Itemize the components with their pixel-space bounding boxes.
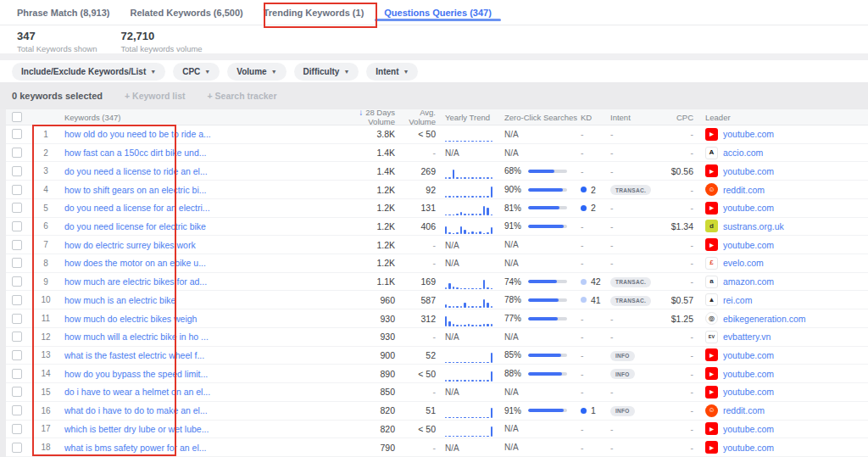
trend-sparkline	[445, 348, 494, 363]
zero-click-searches: N/A	[502, 259, 578, 268]
row-checkbox[interactable]	[12, 166, 22, 176]
filter-cpc[interactable]: CPC▼	[173, 63, 220, 81]
keyword-link[interactable]: how does the motor on an ebike u...	[64, 258, 206, 268]
leader-link[interactable]: evbattery.vn	[723, 332, 771, 342]
header-leader[interactable]: Leader	[693, 113, 868, 122]
row-checkbox[interactable]	[12, 185, 22, 195]
kd-cell: -	[578, 332, 610, 342]
intent-cell: -	[610, 258, 668, 268]
tab-trending-keywords[interactable]: Trending Keywords (1)	[264, 0, 364, 25]
leader-link[interactable]: accio.com	[723, 148, 763, 158]
keyword-link[interactable]: what do i have to do to make an el...	[64, 405, 208, 415]
keyword-link[interactable]: how old do you need to be to ride a...	[64, 129, 211, 139]
trend-na: N/A	[445, 148, 459, 158]
keyword-link[interactable]: how much is an electric bike	[64, 295, 175, 305]
leader-link[interactable]: youtube.com	[723, 443, 774, 453]
header-zero-click[interactable]: Zero-Click Searches	[502, 113, 578, 122]
row-checkbox[interactable]	[12, 221, 22, 231]
keyword-link[interactable]: how much do electric bikes weigh	[64, 314, 197, 324]
keyword-link[interactable]: how fast can a 150cc dirt bike und...	[64, 148, 207, 158]
filter-volume[interactable]: Volume▼	[227, 63, 286, 81]
row-checkbox[interactable]	[12, 332, 22, 342]
filter-difficulty[interactable]: Difficulty▼	[294, 63, 359, 81]
keyword-link[interactable]: how do electric surrey bikes work	[64, 240, 196, 250]
keyword-link[interactable]: how much will a electric bike in ho ...	[64, 332, 209, 342]
header-kd[interactable]: KD	[578, 113, 610, 122]
cpc-value: -	[668, 276, 693, 287]
header-keywords[interactable]: Keywords (347)	[58, 113, 339, 122]
kd-value: 2	[591, 185, 596, 195]
leader-link[interactable]: rei.com	[723, 295, 752, 305]
keyword-link[interactable]: do you need license for electric bike	[64, 221, 206, 231]
keyword-link[interactable]: which is better dry lube or wet lube...	[64, 424, 209, 434]
row-number: 7	[34, 240, 58, 249]
row-checkbox[interactable]	[12, 203, 22, 213]
keyword-link[interactable]: how much are electric bikes for ad...	[64, 276, 207, 287]
cpc-value: -	[668, 387, 693, 397]
youtube-favicon-icon: ▶	[705, 441, 718, 454]
tab-related-keywords[interactable]: Related Keywords (6,500)	[130, 0, 242, 25]
kd-dot-icon	[581, 187, 587, 192]
row-checkbox[interactable]	[12, 387, 22, 397]
leader-link[interactable]: youtube.com	[723, 203, 774, 213]
row-checkbox[interactable]	[12, 295, 22, 305]
header-yearly-trend[interactable]: Yearly Trend	[436, 113, 502, 122]
leader-link[interactable]: youtube.com	[723, 166, 774, 176]
action-keyword-list[interactable]: + Keyword list	[125, 91, 185, 101]
intent-badge: INFO	[610, 369, 635, 379]
header-intent[interactable]: Intent	[610, 113, 668, 122]
row-checkbox[interactable]	[12, 443, 22, 453]
leader-link[interactable]: ebikegeneration.com	[723, 314, 805, 324]
leader-link[interactable]: youtube.com	[723, 424, 774, 434]
keyword-link[interactable]: do i have to wear a helmet on an el...	[64, 387, 210, 397]
row-number: 10	[34, 295, 58, 304]
row-checkbox[interactable]	[12, 314, 22, 324]
keyword-link[interactable]: what is the fastest electric wheel f...	[64, 350, 204, 360]
filter-cpc-label: CPC	[182, 67, 200, 76]
row-checkbox[interactable]	[12, 258, 22, 268]
header-avg-volume[interactable]: Avg. Volume	[395, 108, 436, 126]
row-checkbox[interactable]	[12, 405, 22, 415]
leader-link[interactable]: evelo.com	[723, 258, 764, 268]
tab-phrase-match[interactable]: Phrase Match (8,913)	[17, 0, 109, 25]
keyword-link[interactable]: what is bms safety power for an el...	[64, 443, 207, 453]
row-checkbox[interactable]	[12, 129, 22, 139]
table-row: 11how much do electric bikes weigh930312…	[0, 309, 868, 328]
leader-link[interactable]: reddit.com	[723, 405, 765, 415]
keyword-link[interactable]: how do you bypass the speed limit...	[64, 369, 208, 379]
row-checkbox[interactable]	[12, 369, 22, 379]
keyword-link[interactable]: do you need a license to ride an el...	[64, 166, 208, 176]
filter-include-exclude[interactable]: Include/Exclude Keywords/List▼	[12, 63, 165, 81]
kd-value: -	[581, 129, 584, 139]
leader-link[interactable]: reddit.com	[723, 185, 765, 195]
tab-questions-queries[interactable]: Questions Queries (347)	[384, 0, 492, 25]
leader-link[interactable]: youtube.com	[723, 350, 774, 360]
leader-link[interactable]: youtube.com	[723, 240, 774, 250]
chevron-down-icon: ▼	[403, 69, 409, 75]
kd-cell: 2	[578, 185, 610, 195]
header-cpc[interactable]: CPC	[668, 113, 693, 122]
row-checkbox[interactable]	[12, 240, 22, 250]
row-checkbox[interactable]	[12, 350, 22, 360]
zero-click-percent: 88%	[504, 369, 526, 378]
leader-link[interactable]: amazon.com	[723, 276, 774, 287]
trend-na: N/A	[445, 387, 459, 397]
filter-intent[interactable]: Intent▼	[366, 63, 418, 81]
leader-cell: ◎ebikegeneration.com	[693, 312, 868, 325]
volume-28d: 3.8K	[339, 129, 395, 139]
keyword-link[interactable]: do you need a license for an electri...	[64, 203, 210, 213]
zero-click-percent: 78%	[504, 295, 526, 304]
intent-cell: -	[610, 203, 668, 213]
leader-link[interactable]: youtube.com	[723, 387, 774, 397]
select-all-checkbox[interactable]	[12, 112, 22, 122]
row-checkbox[interactable]	[12, 424, 22, 434]
leader-link[interactable]: youtube.com	[723, 129, 774, 139]
action-search-tracker[interactable]: + Search tracker	[208, 91, 277, 101]
leader-link[interactable]: youtube.com	[723, 369, 774, 379]
row-checkbox[interactable]	[12, 148, 22, 158]
keyword-link[interactable]: how to shift gears on an electric bi...	[64, 185, 207, 195]
header-28-days-volume[interactable]: ↓28 Days Volume	[339, 108, 395, 126]
leader-link[interactable]: sustrans.org.uk	[723, 221, 784, 231]
trend-sparkline	[445, 366, 494, 382]
row-checkbox[interactable]	[12, 276, 22, 287]
